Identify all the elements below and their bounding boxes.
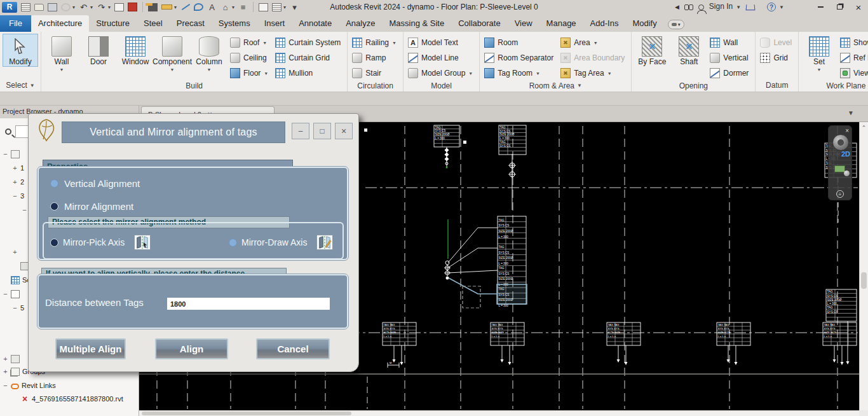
vertical-alignment-option[interactable]: Vertical Alignment — [50, 178, 140, 189]
tree-expander[interactable]: − — [3, 150, 8, 158]
wall-button[interactable]: Wall — [708, 35, 752, 50]
tree-expander[interactable]: + — [3, 368, 8, 375]
vertical-button[interactable]: Vertical — [708, 50, 752, 66]
view-tab-list-caret-icon[interactable]: ▼ — [848, 109, 854, 116]
text-icon[interactable]: A — [207, 2, 217, 13]
ramp-button[interactable]: Ramp — [350, 50, 400, 66]
help-caret-icon[interactable]: ▼ — [779, 4, 784, 10]
mirror-draw-axis-option[interactable]: Mirror-Draw Axis — [229, 235, 333, 250]
measure-icon-caret[interactable]: ▾ — [174, 4, 177, 10]
room-separator-button[interactable]: Room Separator — [482, 50, 557, 66]
tab-systems[interactable]: Systems — [212, 15, 257, 32]
component-button[interactable]: Component▼ — [154, 34, 190, 73]
orbit-icon[interactable] — [844, 170, 850, 176]
help-icon[interactable]: ? — [767, 3, 776, 11]
tree-item-4-5769165587141887800-rvt[interactable]: ×4_5769165587141887800.rvt — [12, 392, 123, 405]
tab-insert[interactable]: Insert — [257, 15, 292, 32]
tab-architecture[interactable]: Architecture — [31, 15, 89, 32]
tab-annotate[interactable]: Annotate — [292, 15, 339, 32]
tree-expander[interactable]: − — [12, 192, 18, 200]
door-button[interactable]: Door — [81, 34, 116, 67]
tree-expander[interactable]: − — [3, 382, 8, 389]
tree-item-1[interactable]: +1 — [12, 162, 24, 174]
navbar-more-icon[interactable]: ≡ — [836, 190, 844, 198]
area-button[interactable]: Area▼ — [559, 35, 628, 50]
window-button[interactable]: Window — [118, 34, 153, 67]
tree-expander[interactable]: − — [3, 290, 8, 298]
scroll-up-icon[interactable]: ⌃ — [860, 122, 868, 131]
redo-icon-caret[interactable]: ▾ — [108, 4, 111, 10]
tab-massing-site[interactable]: Massing & Site — [382, 15, 451, 32]
switch-windows-icon-caret[interactable]: ▾ — [283, 4, 286, 10]
ceiling-button[interactable]: Ceiling — [228, 50, 272, 66]
roof-button[interactable]: Roof▼ — [228, 35, 272, 50]
distance-input[interactable] — [167, 298, 330, 310]
tab-structure[interactable]: Structure — [89, 15, 137, 32]
tree-item[interactable]: − — [3, 148, 22, 160]
sync-icon-caret[interactable]: ▾ — [72, 4, 75, 10]
copy-icon[interactable] — [259, 3, 268, 11]
vertical-scroll-thumb[interactable] — [861, 272, 867, 289]
horizontal-scrollbar[interactable] — [139, 410, 859, 416]
panel-label[interactable]: Room & Area▼ — [480, 81, 631, 92]
mirror-pick-axis-option[interactable]: Mirror-Pick Axis — [50, 235, 151, 250]
sign-in-button[interactable]: Sign In — [709, 2, 733, 11]
tree-item-sc[interactable]: Sc — [3, 274, 31, 286]
multiple-align-button[interactable]: Multiple Align — [55, 338, 126, 359]
tree-item[interactable]: + — [12, 246, 20, 258]
tag-by-category-icon[interactable] — [194, 3, 203, 11]
dormer-button[interactable]: Dormer — [708, 66, 752, 81]
thin-lines-icon[interactable]: ≡ — [238, 2, 248, 13]
cancel-button[interactable]: Cancel — [256, 338, 330, 359]
panel-label[interactable]: Select▼ — [0, 80, 41, 92]
revit-logo[interactable]: R — [2, 2, 17, 13]
column-button[interactable]: Column▼ — [191, 34, 227, 73]
show-button[interactable]: Show — [838, 35, 868, 50]
tree-expander[interactable]: + — [12, 248, 18, 256]
dialog-close-button[interactable]: × — [335, 123, 353, 139]
tree-item-2[interactable]: +2 — [12, 176, 24, 188]
ref-plane-button[interactable]: Ref Plane — [838, 50, 868, 66]
redo-icon[interactable]: ↷ — [97, 2, 106, 13]
tab-precast[interactable]: Precast — [170, 15, 212, 32]
grid-button[interactable]: Grid — [758, 50, 796, 66]
navbar-close-icon[interactable]: × — [845, 127, 849, 134]
open-icon[interactable] — [34, 4, 44, 11]
restore-button[interactable] — [832, 2, 846, 12]
by-face-button[interactable]: By Face — [634, 34, 670, 67]
tab-manage[interactable]: Manage — [539, 15, 583, 32]
room-button[interactable]: Room — [482, 35, 557, 50]
set-button[interactable]: Set▼ — [801, 34, 837, 73]
tree-item-5[interactable]: −5 — [12, 302, 24, 314]
modify-pin-icon[interactable] — [148, 3, 158, 11]
align-button[interactable]: Align — [155, 338, 228, 359]
close-inactive-views-icon[interactable] — [128, 3, 137, 11]
tree-item[interactable]: − — [3, 288, 22, 300]
ribbon-display-toggle-icon[interactable]: ▾ — [668, 20, 684, 29]
file-tabs-icon[interactable] — [21, 3, 31, 11]
customize-qat-icon[interactable]: ▾ — [290, 2, 299, 13]
undo-icon-caret[interactable]: ▾ — [90, 4, 93, 10]
mullion-button[interactable]: Mullion — [273, 66, 344, 81]
default-view-icon[interactable]: ⌂ — [220, 2, 230, 13]
modify-button[interactable]: Modify — [3, 34, 38, 67]
tab-analyze[interactable]: Analyze — [339, 15, 382, 32]
tab-add-ins[interactable]: Add-Ins — [583, 15, 626, 32]
tab-steel[interactable]: Steel — [137, 15, 170, 32]
tree-expander[interactable]: − — [22, 206, 27, 214]
print-icon[interactable] — [114, 3, 124, 11]
save-icon[interactable] — [48, 3, 57, 11]
undo-icon[interactable]: ↶ — [79, 2, 88, 13]
vertical-alignment-radio[interactable] — [50, 179, 58, 188]
default-view-icon-caret[interactable]: ▾ — [232, 4, 234, 10]
minimize-button[interactable] — [813, 2, 827, 12]
tree-item[interactable]: + — [3, 352, 22, 365]
tab-view[interactable]: View — [508, 15, 539, 32]
mirror-draw-axis-radio[interactable] — [229, 239, 237, 247]
viewer-button[interactable]: Viewer — [838, 66, 868, 81]
wall-button[interactable]: Wall▼ — [44, 34, 79, 73]
stair-button[interactable]: Stair — [350, 66, 400, 81]
model-text-button[interactable]: AModel Text — [406, 35, 477, 50]
tree-expander[interactable]: − — [12, 304, 18, 312]
tree-item-3[interactable]: −3 — [12, 190, 24, 202]
